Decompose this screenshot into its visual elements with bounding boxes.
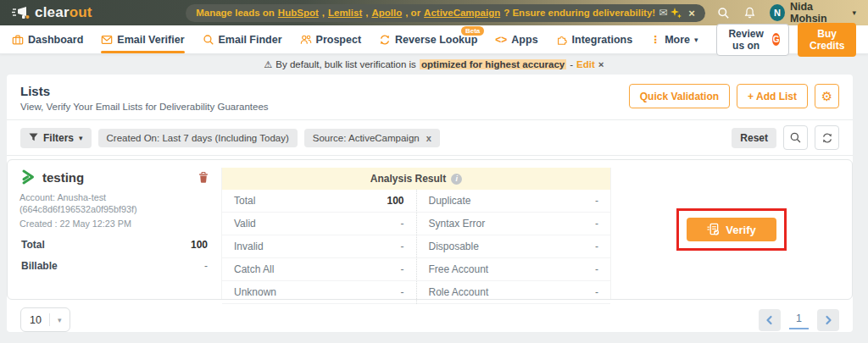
banner-link-activecampaign[interactable]: ActiveCampaign: [424, 8, 500, 18]
logo-text: clearout: [35, 4, 92, 21]
refresh-button[interactable]: [815, 125, 839, 150]
verify-doc-icon: [707, 223, 720, 236]
envelope-check-icon: [101, 34, 113, 46]
header-actions: Quick Validation + Add List ⚙: [629, 84, 839, 108]
warning-icon: ⚠: [264, 59, 272, 70]
code-icon: <>: [495, 34, 507, 46]
chevron-down-icon: ▾: [694, 36, 698, 44]
nav-item-email-verifier[interactable]: Email Verifier: [101, 25, 184, 53]
page-title: Lists: [20, 84, 269, 98]
megaphone-icon: [12, 4, 31, 21]
promo-banner: Manage leads on HubSpot, Lemlist, Apollo…: [186, 4, 705, 22]
add-list-button[interactable]: + Add List: [737, 84, 808, 108]
review-us-button[interactable]: Review us on G: [716, 24, 790, 56]
nav-item-email-finder[interactable]: Email Finder: [203, 25, 282, 53]
nav-item-apps[interactable]: <> Apps: [495, 25, 537, 53]
banner-text: Manage leads on: [196, 8, 275, 18]
chevron-left-icon: [765, 315, 775, 325]
analysis-row: Invalid-: [222, 235, 416, 258]
chevron-down-icon: ▾: [852, 8, 856, 17]
analysis-header: Analysis Result i: [222, 168, 610, 190]
notice-edit-link[interactable]: Edit: [576, 59, 595, 69]
chevron-down-icon: ▾: [79, 134, 83, 142]
magnifier-icon: [789, 131, 802, 144]
notice-bar: ⚠ By default, bulk list verification is …: [0, 54, 868, 75]
beta-badge: Beta: [461, 26, 484, 36]
nav-item-prospect[interactable]: Prospect: [300, 25, 362, 53]
analysis-row: Catch All-: [222, 258, 416, 281]
verify-button[interactable]: Verify: [687, 218, 776, 241]
sync-icon: [379, 34, 391, 46]
analysis-row: Syntax Error-: [417, 213, 611, 235]
gear-icon: ⚙: [821, 89, 832, 104]
nav-item-integrations[interactable]: Integrations: [556, 25, 633, 53]
list-created: Created : 22 May 12:23 PM: [19, 218, 209, 230]
next-page-button[interactable]: [817, 309, 839, 331]
banner-link-hubspot[interactable]: HubSpot: [278, 8, 319, 18]
user-menu[interactable]: N Nida Mohsin ▾: [770, 1, 856, 25]
prev-page-button[interactable]: [759, 309, 781, 331]
user-name: Nida Mohsin: [790, 1, 847, 25]
list-name[interactable]: testing: [42, 170, 192, 185]
puzzle-icon: [556, 34, 568, 46]
analysis-row: Valid-: [222, 213, 416, 235]
nav-item-more[interactable]: ⋮ More ▾: [650, 25, 698, 53]
analysis-left-column: Total100 Valid- Invalid- Catch All- Unkn…: [222, 190, 416, 304]
activecampaign-source-icon: [19, 169, 36, 185]
analysis-row: Disposable-: [417, 235, 611, 258]
pager: 1: [759, 309, 839, 331]
list-billable-value: -: [204, 260, 208, 272]
reset-button[interactable]: Reset: [732, 128, 776, 148]
pagination-bar: 10 ▾ 1: [7, 300, 853, 341]
trash-icon[interactable]: [198, 171, 209, 184]
quick-validation-button[interactable]: Quick Validation: [629, 84, 730, 108]
search-icon[interactable]: [717, 6, 730, 19]
magnifier-icon: [203, 34, 214, 46]
list-card: testing Account: Anusha-test (664c8d6f19…: [7, 159, 853, 300]
briefcase-icon: [12, 34, 24, 46]
list-info: testing Account: Anusha-test (664c8d6f19…: [8, 160, 221, 299]
top-bar: clearout Manage leads on HubSpot, Lemlis…: [0, 0, 868, 25]
search-list-button[interactable]: [783, 125, 808, 150]
buy-credits-button[interactable]: Buy Credits: [798, 23, 856, 57]
filters-dropdown[interactable]: Filters ▾: [20, 128, 92, 148]
envelope-icon: ✉: [659, 7, 667, 19]
list-total-row: Total 100: [19, 235, 209, 251]
lists-panel: Lists View, Verify Your Email Lists for …: [7, 75, 853, 332]
nav-item-dashboard[interactable]: Dashboard: [12, 25, 83, 53]
page-number[interactable]: 1: [789, 310, 809, 329]
clearout-logo[interactable]: clearout: [12, 4, 179, 21]
banner-link-lemlist[interactable]: Lemlist: [328, 8, 362, 18]
chevron-down-icon: ▾: [58, 316, 62, 324]
notice-text: By default, bulk list verification is: [275, 59, 416, 69]
banner-link-apollo[interactable]: Apollo: [371, 8, 402, 18]
analysis-row: Total100: [222, 190, 416, 213]
banner-close-icon[interactable]: ×: [688, 7, 695, 19]
list-total-value: 100: [191, 239, 208, 251]
notice-highlight: optimized for highest accuracy: [420, 59, 566, 69]
funnel-icon: [29, 133, 38, 142]
analysis-row: Free Account-: [417, 258, 611, 281]
refresh-icon: [821, 132, 833, 144]
settings-gear-button[interactable]: ⚙: [815, 84, 839, 108]
bell-icon[interactable]: [743, 6, 756, 19]
g2-logo-icon: G: [772, 33, 781, 46]
list-account: Account: Anusha-test (664c8d6f196532a0f9…: [19, 191, 209, 215]
people-icon: [300, 34, 312, 46]
sparkle-icon: [670, 8, 682, 19]
nav-actions: Review us on G Buy Credits: [716, 23, 856, 57]
annotation-highlight-box: Verify: [676, 208, 786, 251]
chip-close-icon[interactable]: x: [426, 133, 431, 143]
main-nav: Dashboard Email Verifier Email Finder Pr…: [0, 25, 868, 54]
nav-item-reverse-lookup[interactable]: Reverse Lookup Beta: [379, 25, 477, 53]
notice-close-icon[interactable]: ×: [598, 59, 604, 69]
analysis-result-panel: Analysis Result i Total100 Valid- Invali…: [221, 168, 611, 299]
filter-chip-source[interactable]: Source: ActiveCampaign x: [304, 129, 440, 147]
avatar: N: [770, 4, 785, 21]
dots-vertical-icon: ⋮: [650, 34, 660, 46]
filter-chip-created-on[interactable]: Created On: Last 7 days (Including Today…: [98, 129, 298, 147]
info-icon[interactable]: i: [451, 174, 462, 185]
verify-section: Verify: [611, 160, 852, 299]
page-size-select[interactable]: 10 ▾: [20, 307, 70, 332]
page-header: Lists View, Verify Your Email Lists for …: [7, 75, 853, 119]
